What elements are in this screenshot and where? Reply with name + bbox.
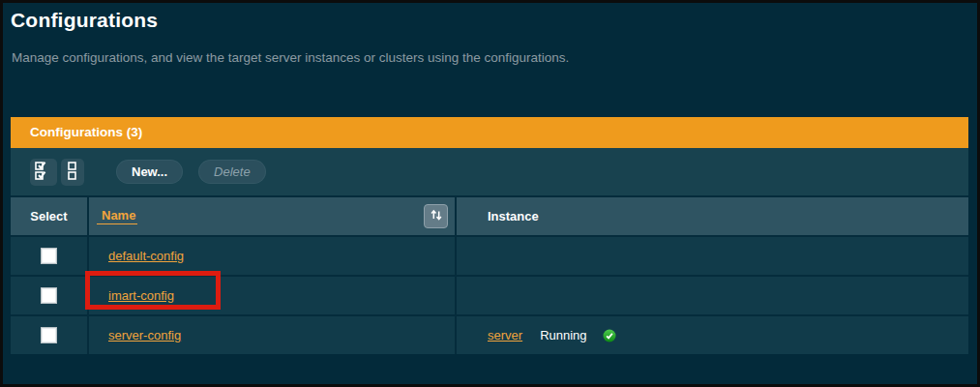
row-checkbox[interactable] [41,327,57,343]
configurations-table: Select Name [11,195,968,354]
config-link[interactable]: default-config [108,249,184,263]
table-row-instance-cell [457,277,968,314]
column-header-instance: Instance [457,197,968,235]
table-row-name-cell: default-config [89,237,455,275]
page-title: Configurations [11,8,977,33]
panel-header: Configurations (3) [11,117,968,148]
table-row-name-cell: imart-config [89,277,455,314]
name-sort-link[interactable]: Name [97,208,137,224]
column-header-name: Name [89,197,455,235]
table-row-instance-cell: server Running [457,316,968,354]
page-description: Manage configurations, and view the targ… [12,49,977,66]
panel-title: Configurations (3) [30,125,142,139]
column-header-select: Select [11,197,87,235]
running-status-icon [603,329,616,342]
instance-status-text: Running [540,328,586,342]
table-toolbar: New... Delete [11,148,968,195]
deselect-all-button[interactable] [61,159,84,186]
table-row-select-cell [11,277,87,314]
table-row-instance-cell [457,237,968,275]
deselect-all-icon [67,160,78,184]
table-row-select-cell [11,237,87,275]
instance-link[interactable]: server [488,328,522,342]
row-checkbox[interactable] [41,248,57,264]
sort-up-down-icon [430,208,443,224]
sort-toggle-button[interactable] [424,204,448,228]
delete-button[interactable]: Delete [198,160,266,184]
row-checkbox[interactable] [41,287,57,304]
configurations-panel: Configurations (3) [11,117,968,354]
config-link[interactable]: imart-config [108,288,174,303]
table-row-select-cell [11,316,87,354]
select-all-icon [34,160,53,184]
select-all-button[interactable] [30,159,57,186]
config-link[interactable]: server-config [108,328,181,342]
table-row-name-cell: server-config [89,316,455,354]
admin-console-page: Configurations Manage configurations, an… [0,0,980,387]
new-button[interactable]: New... [116,160,183,184]
